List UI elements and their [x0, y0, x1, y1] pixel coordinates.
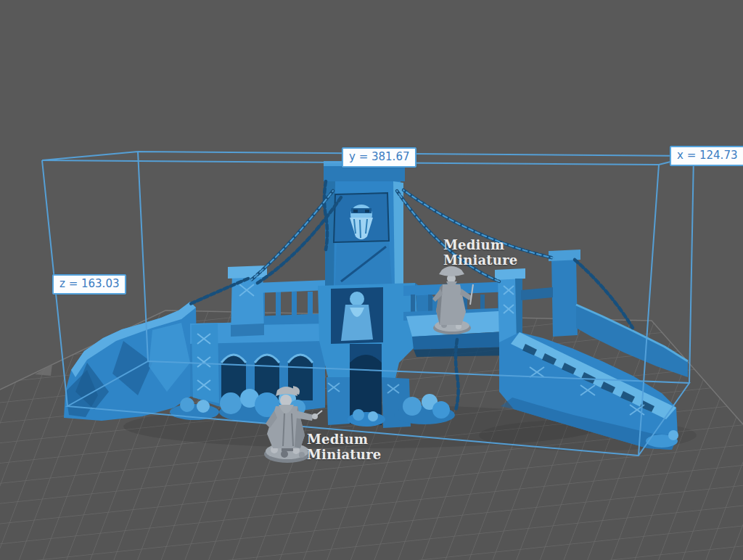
annotation-line: Miniature	[443, 252, 518, 268]
left-rocks	[64, 302, 197, 421]
dimension-label-z: z = 163.03	[52, 274, 126, 295]
annotation-line: Miniature	[307, 447, 382, 462]
viewport-3d[interactable]: y = 381.67 x = 124.73 z = 163.03 Medium …	[0, 0, 743, 560]
annotation-ground-miniature: Medium Miniature	[307, 432, 382, 462]
dimension-label-x: x = 124.73	[670, 146, 743, 166]
bridge-model[interactable]	[64, 161, 688, 450]
left-balustrade	[255, 280, 328, 325]
plate-front-marker-icon	[35, 364, 52, 376]
left-pillar	[228, 265, 267, 337]
annotation-deck-miniature: Medium Miniature	[443, 237, 518, 268]
annotation-line: Medium	[307, 432, 382, 447]
dimension-label-y: y = 381.67	[342, 147, 416, 168]
deck-corner-post	[495, 268, 525, 342]
annotation-line: Medium	[443, 237, 518, 252]
